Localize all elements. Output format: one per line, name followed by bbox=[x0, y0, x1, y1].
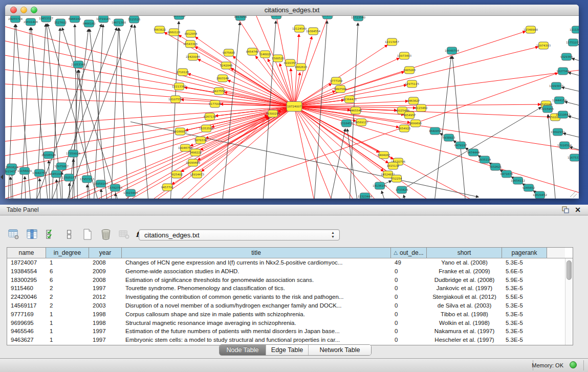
graph-edge[interactable] bbox=[10, 177, 12, 199]
cell-short[interactable]: Wolkin et al. (1998) bbox=[427, 319, 502, 327]
graph-node[interactable]: 17016504 bbox=[557, 142, 572, 149]
graph-edge[interactable] bbox=[382, 191, 390, 199]
cell-name[interactable]: 18724007 bbox=[7, 258, 46, 267]
graph-node[interactable]: 7663822 bbox=[154, 26, 166, 33]
graph-node[interactable]: 9854957 bbox=[403, 112, 416, 119]
table-row[interactable]: 946362711997Embryonic stem cells: a mode… bbox=[7, 336, 565, 344]
network-window-titlebar[interactable]: citations_edges.txt bbox=[5, 5, 579, 16]
cell-in_degree[interactable]: 1 bbox=[46, 258, 89, 267]
graph-node[interactable]: 9242848 bbox=[220, 62, 233, 69]
graph-node[interactable]: 752254 bbox=[391, 175, 402, 182]
graph-node[interactable]: 3915431 bbox=[5, 168, 16, 175]
graph-edge[interactable] bbox=[294, 106, 388, 163]
cell-year[interactable]: 2003 bbox=[89, 301, 122, 310]
cell-in_degree[interactable]: 1 bbox=[46, 336, 89, 344]
cell-out_de[interactable]: 0 bbox=[391, 284, 427, 293]
cell-title[interactable]: Estimation of significance thresholds fo… bbox=[122, 276, 391, 285]
graph-edge[interactable] bbox=[12, 173, 13, 199]
cell-short[interactable]: de Silva et al. (2003) bbox=[427, 301, 502, 310]
column-header-title[interactable]: title bbox=[122, 248, 391, 258]
graph-node[interactable]: 10653327 bbox=[39, 16, 53, 22]
graph-node[interactable]: 8912954 bbox=[185, 30, 198, 37]
graph-edge[interactable] bbox=[572, 58, 579, 65]
graph-node[interactable]: 20691406 bbox=[24, 18, 38, 26]
cell-in_degree[interactable]: 2 bbox=[46, 293, 89, 301]
graph-node[interactable]: 8813054 bbox=[234, 16, 247, 20]
graph-node[interactable]: 11156829 bbox=[17, 167, 32, 174]
graph-node[interactable]: 14136141 bbox=[373, 182, 387, 189]
graph-node[interactable]: 9227343 bbox=[557, 68, 570, 75]
graph-node[interactable]: 1588520 bbox=[272, 55, 285, 62]
graph-node[interactable]: 5938923 bbox=[443, 134, 455, 141]
graph-node[interactable]: 15751074 bbox=[566, 39, 579, 46]
table-row[interactable]: 1938455462009Genome-wide association stu… bbox=[7, 267, 565, 276]
graph-node[interactable]: 14569117 bbox=[354, 119, 368, 126]
graph-edge[interactable] bbox=[56, 180, 58, 199]
cell-year[interactable]: 1998 bbox=[89, 310, 122, 319]
graph-node[interactable]: 1815132 bbox=[387, 162, 400, 169]
graph-node[interactable]: 5878334 bbox=[194, 137, 207, 144]
graph-edge[interactable] bbox=[135, 25, 149, 199]
cell-short[interactable]: Yano et al. (2008) bbox=[427, 258, 502, 267]
close-panel-button[interactable]: ✕ bbox=[574, 206, 582, 214]
graph-node[interactable]: 24055724 bbox=[8, 16, 23, 23]
cell-in_degree[interactable]: 2 bbox=[46, 284, 89, 293]
table-row[interactable]: 1456911722003Disruption of a novel membe… bbox=[7, 301, 565, 310]
graph-node[interactable]: 9660128 bbox=[168, 29, 181, 36]
graph-node[interactable]: 32975887 bbox=[54, 163, 69, 170]
graph-edge[interactable] bbox=[5, 67, 294, 106]
cell-pagerank[interactable]: 5.3E-5 bbox=[502, 310, 547, 319]
graph-node[interactable]: 3146821 bbox=[259, 51, 272, 58]
graph-node[interactable]: 10654112 bbox=[511, 177, 525, 184]
column-header-year[interactable]: year bbox=[89, 248, 122, 258]
graph-node[interactable]: 8466160 bbox=[83, 20, 96, 27]
graph-node[interactable]: 15723540 bbox=[351, 16, 365, 21]
cell-pagerank[interactable]: 5.3E-5 bbox=[502, 301, 547, 310]
graph-node[interactable]: 16782753 bbox=[108, 184, 122, 191]
graph-node[interactable]: 7932621 bbox=[489, 163, 502, 170]
cell-title[interactable]: Embryonic stem cells: a model to study s… bbox=[122, 336, 391, 344]
cell-name[interactable]: 22420046 bbox=[7, 293, 46, 301]
cell-pagerank[interactable]: 5.3E-5 bbox=[502, 258, 547, 267]
table-row[interactable]: 969969511998Structural magnetic resonanc… bbox=[7, 319, 565, 327]
panel-divider-arrow[interactable] bbox=[1, 174, 3, 180]
graph-node[interactable]: 16958167 bbox=[94, 180, 108, 187]
row-checks-button[interactable] bbox=[44, 228, 57, 241]
graph-edge[interactable] bbox=[404, 195, 410, 199]
cell-in_degree[interactable]: 1 bbox=[46, 310, 89, 319]
delete-trash-button[interactable] bbox=[99, 228, 113, 241]
graph-node[interactable]: 12975115 bbox=[405, 80, 419, 87]
graph-node[interactable]: 9329366 bbox=[560, 53, 573, 60]
cell-year[interactable]: 2008 bbox=[89, 276, 122, 285]
table-row[interactable]: 1872400712008Changes of HCN gene express… bbox=[7, 258, 565, 267]
graph-node[interactable]: 7485063 bbox=[403, 67, 416, 74]
table-scrollbar-thumb[interactable] bbox=[567, 260, 572, 280]
float-panel-button[interactable] bbox=[561, 206, 570, 214]
graph-node[interactable]: 2935114 bbox=[478, 156, 491, 163]
table-row[interactable]: 1830029562008Estimation of significance … bbox=[7, 276, 565, 285]
graph-edge[interactable] bbox=[5, 106, 294, 192]
cell-title[interactable]: Genome-wide association studies in ADHD. bbox=[122, 267, 391, 276]
cell-in_degree[interactable]: 6 bbox=[46, 276, 89, 285]
graph-node[interactable]: 12213957 bbox=[385, 38, 399, 46]
graph-node[interactable]: 8471676 bbox=[500, 170, 513, 178]
cell-name[interactable]: 9465546 bbox=[7, 327, 46, 336]
graph-node[interactable]: 8427552 bbox=[213, 87, 226, 95]
cell-out_de[interactable]: 0 bbox=[391, 327, 427, 336]
table-row[interactable]: 977716911998Corpus callosum shape and si… bbox=[7, 310, 565, 319]
graph-node[interactable]: 17957253 bbox=[80, 176, 94, 183]
cell-pagerank[interactable]: 5.9E-5 bbox=[502, 276, 547, 285]
cell-year[interactable]: 2009 bbox=[89, 267, 122, 276]
cell-out_de[interactable]: 0 bbox=[391, 310, 427, 319]
cell-title[interactable]: Tourette syndrome. Phenomenology and cla… bbox=[122, 284, 391, 293]
graph-edge[interactable] bbox=[294, 45, 387, 106]
graph-edge[interactable] bbox=[25, 177, 26, 199]
cell-name[interactable]: 19384554 bbox=[7, 267, 46, 276]
cell-title[interactable]: Changes of HCN gene expression and I(f) … bbox=[122, 258, 391, 267]
graph-node[interactable]: 2718126 bbox=[177, 69, 189, 76]
cell-out_de[interactable]: 0 bbox=[391, 293, 427, 301]
graph-node[interactable]: 9699695 bbox=[409, 120, 422, 127]
graph-node[interactable]: 16210643 bbox=[556, 111, 570, 118]
graph-node[interactable]: 1654923 bbox=[398, 125, 411, 132]
graph-node[interactable]: 9572354 bbox=[270, 16, 283, 19]
